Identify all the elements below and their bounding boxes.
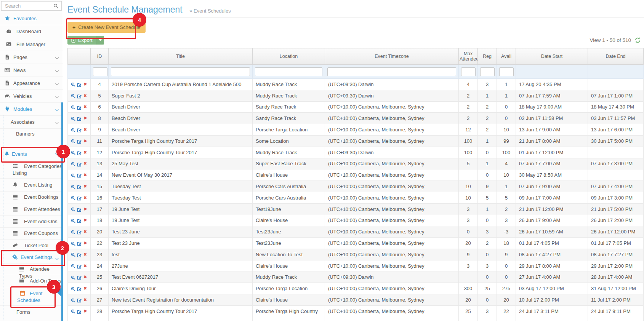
- edit-button[interactable]: [77, 116, 82, 121]
- sidebar-item-event-settings[interactable]: Event Settings: [0, 251, 63, 263]
- sidebar-item-banners[interactable]: Banners: [0, 128, 63, 139]
- edit-button[interactable]: [77, 184, 82, 189]
- column-header-end[interactable]: Date End: [588, 48, 644, 65]
- view-button[interactable]: [71, 264, 75, 268]
- sidebar-item-event-coupons[interactable]: Event Coupons: [0, 227, 63, 239]
- delete-button[interactable]: ✖: [83, 207, 87, 212]
- view-button[interactable]: [71, 82, 75, 87]
- filter-input-timezone[interactable]: [327, 67, 456, 76]
- view-button[interactable]: [71, 309, 75, 314]
- view-button[interactable]: [71, 207, 75, 212]
- edit-button[interactable]: [77, 162, 82, 167]
- sidebar-item-event-categories-listing[interactable]: Event Categories Listing: [0, 161, 63, 178]
- edit-button[interactable]: [77, 173, 82, 178]
- search-icon[interactable]: [53, 3, 59, 9]
- view-button[interactable]: [71, 275, 75, 280]
- delete-button[interactable]: ✖: [83, 82, 87, 87]
- edit-button[interactable]: [77, 94, 82, 99]
- sidebar-item-vehicles[interactable]: Vehicles: [0, 89, 63, 102]
- delete-button[interactable]: ✖: [83, 309, 87, 314]
- filter-input-location[interactable]: [255, 67, 322, 76]
- sidebar-item-event-listing[interactable]: Event Listing: [0, 178, 63, 191]
- delete-button[interactable]: ✖: [83, 195, 87, 200]
- view-button[interactable]: [71, 139, 75, 144]
- delete-button[interactable]: ✖: [83, 127, 87, 132]
- view-button[interactable]: [71, 117, 75, 121]
- filter-input-title[interactable]: [111, 67, 250, 76]
- column-header-title[interactable]: Title: [109, 48, 253, 65]
- sidebar-item-associates[interactable]: Associates: [0, 115, 63, 128]
- sidebar-item-file-manager[interactable]: File Manager: [0, 38, 63, 51]
- delete-button[interactable]: ✖: [83, 229, 87, 234]
- view-button[interactable]: [71, 230, 75, 235]
- column-header-start[interactable]: Date Start: [516, 48, 588, 65]
- edit-button[interactable]: [77, 150, 82, 155]
- sidebar-item-modules[interactable]: Modules: [0, 102, 63, 115]
- view-button[interactable]: [71, 128, 75, 133]
- view-button[interactable]: [71, 162, 75, 166]
- edit-button[interactable]: [77, 139, 82, 144]
- sidebar-item-pages[interactable]: Pages: [0, 51, 63, 64]
- view-button[interactable]: [71, 185, 75, 189]
- view-button[interactable]: [71, 252, 75, 257]
- view-button[interactable]: [71, 94, 75, 98]
- view-button[interactable]: [71, 287, 75, 291]
- filter-input-id[interactable]: [93, 67, 107, 76]
- filter-input-max[interactable]: [461, 67, 476, 76]
- edit-button[interactable]: [77, 241, 82, 246]
- edit-button[interactable]: [77, 82, 82, 87]
- column-header-location[interactable]: Location: [253, 48, 325, 65]
- edit-button[interactable]: [77, 230, 82, 235]
- sidebar-item-forms[interactable]: Forms: [0, 305, 63, 318]
- edit-button[interactable]: [77, 218, 82, 223]
- export-button[interactable]: Export: [67, 36, 104, 45]
- edit-button[interactable]: [77, 264, 82, 269]
- refresh-icon[interactable]: [634, 37, 641, 43]
- filter-input-reg[interactable]: [480, 67, 495, 76]
- edit-button[interactable]: [77, 196, 82, 201]
- delete-button[interactable]: ✖: [83, 218, 87, 223]
- delete-button[interactable]: ✖: [83, 104, 87, 109]
- delete-button[interactable]: ✖: [83, 172, 87, 177]
- edit-button[interactable]: [77, 309, 82, 314]
- view-button[interactable]: [71, 298, 75, 303]
- view-button[interactable]: [71, 196, 75, 200]
- sidebar-item-events[interactable]: Events: [0, 147, 63, 161]
- delete-button[interactable]: ✖: [83, 297, 87, 302]
- delete-button[interactable]: ✖: [83, 139, 87, 144]
- edit-button[interactable]: [77, 286, 82, 291]
- sidebar-item-event-attendees[interactable]: Event Attendees: [0, 203, 63, 215]
- edit-button[interactable]: [77, 275, 82, 280]
- delete-button[interactable]: ✖: [83, 150, 87, 155]
- view-button[interactable]: [71, 105, 75, 110]
- column-header-max[interactable]: Max Attendees: [459, 48, 478, 65]
- edit-button[interactable]: [77, 252, 82, 257]
- delete-button[interactable]: ✖: [83, 161, 87, 166]
- view-button[interactable]: [71, 150, 75, 155]
- edit-button[interactable]: [77, 128, 82, 133]
- view-button[interactable]: [71, 241, 75, 246]
- edit-button[interactable]: [77, 298, 82, 303]
- export-dropdown-toggle[interactable]: [96, 36, 104, 45]
- delete-button[interactable]: ✖: [83, 241, 87, 246]
- sidebar-item-event-add-ons[interactable]: Event Add-Ons: [0, 215, 63, 227]
- sidebar-item-news[interactable]: News: [0, 64, 63, 77]
- column-header-timezone[interactable]: Event Timezone: [325, 48, 459, 65]
- edit-button[interactable]: [77, 207, 82, 212]
- sidebar-item-ticket-pool[interactable]: Ticket Pool: [0, 239, 63, 251]
- delete-button[interactable]: ✖: [83, 264, 87, 268]
- sidebar-item-attendee-types[interactable]: Attendee Types: [0, 263, 63, 275]
- delete-button[interactable]: ✖: [83, 184, 87, 189]
- sidebar-item-favourites[interactable]: Favourites: [0, 12, 63, 25]
- delete-button[interactable]: ✖: [83, 275, 87, 279]
- sidebar-item-appearance[interactable]: Appearance: [0, 77, 63, 89]
- column-header-id[interactable]: ID: [91, 48, 109, 65]
- sidebar-item-event-bookings[interactable]: Event Bookings: [0, 191, 63, 203]
- delete-button[interactable]: ✖: [83, 286, 87, 291]
- column-header-reg[interactable]: Reg: [478, 48, 497, 65]
- edit-button[interactable]: [77, 105, 82, 110]
- view-button[interactable]: [71, 219, 75, 223]
- search-input[interactable]: [4, 3, 53, 9]
- column-header-actions[interactable]: [68, 48, 91, 65]
- delete-button[interactable]: ✖: [83, 93, 87, 98]
